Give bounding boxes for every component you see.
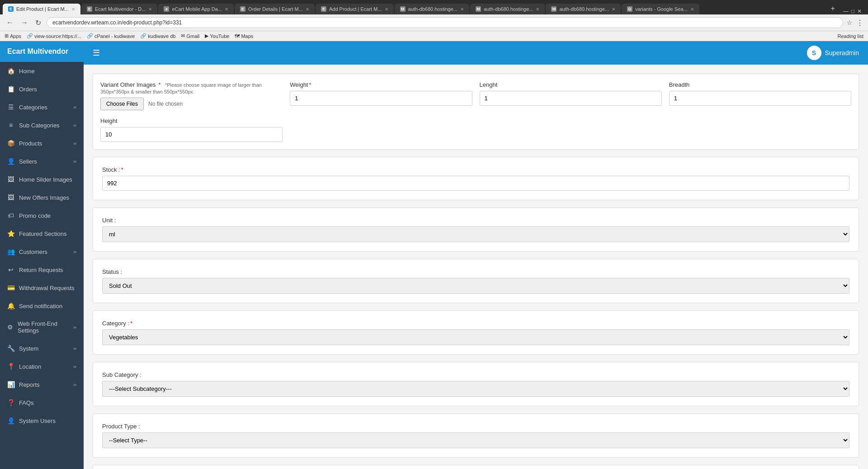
unit-group: Unit : ml kg g L pcs: [102, 217, 849, 242]
sidebar-item-send-notification[interactable]: 🔔Send notification: [0, 297, 84, 315]
sidebar-arrow-17: ›: [73, 382, 76, 387]
sidebar-item-system[interactable]: 🔧System›: [0, 339, 84, 357]
sidebar: Ecart Multivendor 🏠Home📋Orders☰Categorie…: [0, 41, 84, 469]
sidebar-icon-13: 🔔: [7, 302, 14, 310]
address-input[interactable]: [47, 17, 843, 28]
sidebar-item-home[interactable]: 🏠Home: [0, 62, 84, 80]
sidebar-item-promo-code[interactable]: 🏷Promo code: [0, 206, 84, 225]
sidebar-item-sellers[interactable]: 👤Sellers›: [0, 152, 84, 170]
variant-images-label: Variant Other Images * *Please choose sq…: [100, 81, 283, 95]
weight-input[interactable]: [290, 91, 472, 106]
sidebar-icon-0: 🏠: [7, 67, 14, 75]
minimize-button[interactable]: —: [843, 8, 849, 14]
sidebar-item-categories[interactable]: ☰Categories›: [0, 98, 84, 116]
reading-list-link[interactable]: Reading list: [838, 33, 863, 39]
subcategory-label: Sub Category :: [102, 371, 849, 378]
close-window-button[interactable]: ✕: [857, 8, 862, 14]
sidebar-arrow-10: ›: [73, 249, 76, 254]
sidebar-icon-15: 🔧: [7, 345, 14, 352]
browser-tab-0[interactable]: EEdit Product | Ecart M...✕: [3, 4, 80, 14]
sidebar-item-system-users[interactable]: 👤System Users: [0, 412, 84, 430]
product-type-group: Product Type : --Select Type--: [102, 423, 849, 448]
sidebar-icon-11: ↩: [7, 266, 14, 273]
forward-button[interactable]: →: [19, 18, 30, 28]
stock-input[interactable]: [102, 176, 849, 191]
status-select[interactable]: Sold Out Active Inactive: [102, 278, 849, 294]
height-group: Height: [100, 117, 283, 142]
avatar: S: [807, 46, 821, 60]
sidebar-item-new-offers-images[interactable]: 🖼New Offers Images: [0, 188, 84, 206]
sidebar-arrow-2: ›: [73, 105, 76, 110]
browser-tab-5[interactable]: Mauth-db680.hostinge...✕: [395, 4, 469, 14]
new-tab-button[interactable]: +: [827, 3, 838, 14]
sidebar-item-featured-sections[interactable]: ⭐Featured Sections: [0, 225, 84, 243]
variant-images-required: *: [158, 81, 160, 88]
bookmark-icon[interactable]: ☆: [847, 19, 853, 26]
choose-files-button[interactable]: Choose Files: [100, 98, 144, 110]
weight-label: Weight*: [290, 81, 472, 88]
unit-select[interactable]: ml kg g L pcs: [102, 226, 849, 242]
bookmarks-bar: ⊞ Apps 🔗 view-source:https://... 🔗 cPane…: [0, 31, 868, 41]
gmail-bookmark[interactable]: ✉ Gmail: [181, 33, 199, 39]
sidebar-item-home-slider-images[interactable]: 🖼Home Slider Images: [0, 170, 84, 188]
maps-bookmark[interactable]: 🗺 Maps: [235, 33, 253, 39]
maximize-button[interactable]: □: [851, 8, 854, 14]
kudiwave-db-bookmark[interactable]: 🔗 kudiwave db: [140, 33, 175, 39]
sidebar-icon-17: 📊: [7, 381, 14, 388]
browser-tab-1[interactable]: EEcart Multivendor - D...✕: [81, 4, 157, 14]
sidebar-arrow-3: ›: [73, 123, 76, 128]
sidebar-item-location[interactable]: 📍Location›: [0, 357, 84, 375]
subcategory-select[interactable]: ---Select Subcategory---: [102, 381, 849, 397]
hamburger-menu[interactable]: ☰: [93, 48, 100, 58]
sidebar-item-faqs[interactable]: ❓FAQs: [0, 394, 84, 412]
sidebar-icon-12: 💳: [7, 284, 14, 291]
height-label: Height: [100, 117, 283, 124]
settings-icon[interactable]: ⋮: [856, 19, 863, 27]
sidebar-item-sub-categories[interactable]: ≡Sub Categories›: [0, 116, 84, 134]
sidebar-item-products[interactable]: 📦Products›: [0, 134, 84, 152]
back-button[interactable]: ←: [5, 18, 15, 28]
sidebar-icon-1: 📋: [7, 85, 14, 93]
header-right: S Superadmin: [807, 46, 859, 60]
sidebar-icon-5: 👤: [7, 158, 14, 165]
sidebar-item-return-requests[interactable]: ↩Return Requests: [0, 261, 84, 279]
browser-tab-3[interactable]: EOrder Details | Ecart M...✕: [235, 4, 315, 14]
stock-group: Stock :*: [102, 166, 849, 191]
sidebar-item-reports[interactable]: 📊Reports›: [0, 375, 84, 394]
browser-tab-8[interactable]: Gvariants - Google Sea...✕: [622, 4, 699, 14]
app: Ecart Multivendor 🏠Home📋Orders☰Categorie…: [0, 41, 868, 469]
length-group: Lenght: [480, 81, 662, 110]
refresh-button[interactable]: ↻: [33, 18, 43, 28]
product-type-select[interactable]: --Select Type--: [102, 432, 849, 448]
category-select[interactable]: Vegetables Fruits Dairy Beverages: [102, 329, 849, 345]
browser-tab-2[interactable]: eeCart Mobile App Da...✕: [158, 4, 234, 14]
browser-tab-6[interactable]: Mauth-db680.hostinge...✕: [470, 4, 545, 14]
youtube-bookmark[interactable]: ▶ YouTube: [205, 33, 229, 39]
length-input[interactable]: [480, 91, 662, 106]
stock-section: Stock :*: [93, 157, 859, 200]
breadth-input[interactable]: [669, 91, 851, 106]
sidebar-icon-3: ≡: [7, 122, 14, 129]
sidebar-item-orders[interactable]: 📋Orders: [0, 80, 84, 98]
sidebar-icon-6: 🖼: [7, 176, 14, 183]
category-label: Category :*: [102, 320, 849, 327]
sidebar-item-customers[interactable]: 👥Customers›: [0, 243, 84, 261]
apps-bookmark[interactable]: ⊞ Apps: [5, 33, 21, 39]
top-fields-section: Variant Other Images * *Please choose sq…: [93, 74, 859, 150]
category-section: Category :* Vegetables Fruits Dairy Beve…: [93, 310, 859, 355]
sidebar-icon-16: 📍: [7, 363, 14, 370]
sidebar-item-withdrawal-requests[interactable]: 💳Withdrawal Requests: [0, 279, 84, 297]
cpanel-bookmark[interactable]: 🔗 cPanel - kudiwave: [87, 33, 135, 39]
sidebar-icon-9: ⭐: [7, 230, 14, 237]
stock-label: Stock :*: [102, 166, 849, 173]
height-input[interactable]: [100, 127, 283, 142]
source-bookmark[interactable]: 🔗 view-source:https://...: [27, 33, 81, 39]
weight-group: Weight*: [290, 81, 472, 110]
sidebar-item-web-front-end-settings[interactable]: ⚙Web Front-End Settings›: [0, 315, 84, 339]
tab-bar: EEdit Product | Ecart M...✕EEcart Multiv…: [0, 0, 868, 14]
sidebar-arrow-16: ›: [73, 364, 76, 369]
browser-tab-4[interactable]: EAdd Product | Ecart M...✕: [316, 4, 394, 14]
browser-tab-7[interactable]: Mauth-db680.hostinge...✕: [546, 4, 620, 14]
category-group: Category :* Vegetables Fruits Dairy Beve…: [102, 320, 849, 345]
sidebar-arrow-5: ›: [73, 159, 76, 164]
